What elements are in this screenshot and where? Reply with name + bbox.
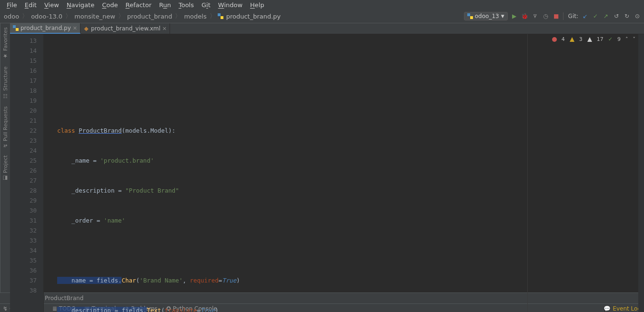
code-line[interactable] bbox=[44, 96, 638, 106]
menu-refactor[interactable]: Refactor bbox=[121, 1, 155, 9]
git-update-button[interactable]: ↙ bbox=[581, 12, 589, 20]
editor-tab[interactable]: ◆ product_brand_view.xml ✕ bbox=[80, 23, 170, 34]
editor-tab-active[interactable]: product_brand.py ✕ bbox=[10, 23, 80, 34]
editor-viewport[interactable]: 4 3 17 ✓9 ˄ ˅ 13141516171819202122232425… bbox=[10, 34, 644, 312]
svg-rect-2 bbox=[467, 13, 470, 16]
typo-count: 9 bbox=[617, 36, 621, 42]
svg-rect-5 bbox=[16, 28, 19, 31]
breadcrumb-item[interactable]: models bbox=[183, 12, 207, 21]
breadcrumb-item[interactable]: product_brand bbox=[126, 12, 173, 21]
chevron-right-icon: 〉 bbox=[175, 12, 181, 20]
close-icon[interactable]: ✕ bbox=[73, 25, 77, 31]
python-icon bbox=[218, 13, 223, 19]
project-tool-window-button[interactable]: ◧ Project bbox=[1, 152, 10, 185]
code-area[interactable]: class ProductBrand(models.Model): _name … bbox=[44, 34, 638, 312]
chevron-right-icon: 〉 bbox=[22, 12, 28, 20]
menu-git[interactable]: Git bbox=[198, 1, 214, 9]
error-icon bbox=[552, 37, 557, 42]
menu-help[interactable]: Help bbox=[246, 1, 268, 9]
git-label: Git: bbox=[568, 13, 578, 20]
breadcrumb-item[interactable]: monsite_new bbox=[73, 12, 116, 21]
svg-rect-0 bbox=[218, 13, 221, 16]
run-config-name: odoo_13 bbox=[475, 13, 499, 20]
line-gutter[interactable]: 1314151617181920212223242526272829303132… bbox=[10, 34, 44, 312]
problems-widget[interactable]: 4 3 17 ✓9 ˄ ˅ bbox=[552, 36, 635, 42]
code-line[interactable]: _name = 'product.brand' bbox=[44, 156, 638, 166]
code-line[interactable]: description = fields.Text(translate=True… bbox=[44, 305, 638, 312]
code-line[interactable] bbox=[44, 245, 638, 255]
chevron-right-icon: 〉 bbox=[65, 12, 71, 20]
git-commit-button[interactable]: ✓ bbox=[592, 12, 599, 20]
run-configuration-select[interactable]: odoo_13 ▼ bbox=[464, 12, 508, 20]
run-button[interactable]: ▶ bbox=[511, 12, 518, 20]
breadcrumb-current-file[interactable]: product_brand.py bbox=[225, 12, 282, 21]
error-stripe[interactable] bbox=[638, 34, 644, 312]
typo-icon: ✓ bbox=[608, 36, 613, 42]
chevron-down-icon[interactable]: ˅ bbox=[633, 36, 636, 42]
warning-icon bbox=[570, 37, 574, 42]
git-history-button[interactable]: ↺ bbox=[613, 12, 620, 20]
error-count: 4 bbox=[562, 36, 565, 42]
git-push-button[interactable]: ↗ bbox=[602, 12, 610, 20]
breadcrumb: odoo〉 odoo-13.0〉 monsite_new〉 product_br… bbox=[3, 12, 282, 21]
right-margin-line bbox=[527, 34, 528, 312]
structure-tool-window-button[interactable]: ☷ Structure bbox=[1, 63, 10, 103]
svg-rect-1 bbox=[221, 16, 223, 19]
breadcrumb-item[interactable]: odoo-13.0 bbox=[30, 12, 63, 21]
code-line[interactable]: name = fields.Char('Brand Name', require… bbox=[44, 275, 638, 285]
navigation-toolbar: odoo〉 odoo-13.0〉 monsite_new〉 product_br… bbox=[0, 10, 644, 23]
editor-tabs: product_brand.py ✕ ◆ product_brand_view.… bbox=[10, 23, 644, 34]
menu-file[interactable]: File bbox=[3, 1, 21, 9]
svg-rect-3 bbox=[470, 16, 473, 19]
code-line[interactable]: _order = 'name' bbox=[44, 215, 638, 225]
code-line[interactable] bbox=[44, 66, 638, 76]
menu-edit[interactable]: Edit bbox=[21, 1, 40, 9]
menu-window[interactable]: Window bbox=[214, 1, 246, 9]
menu-bar: File Edit View Navigate Code Refactor Ru… bbox=[0, 0, 644, 10]
left-tool-stripe: ◧ Project ↯ Pull Requests ☷ Structure ★ … bbox=[0, 23, 10, 292]
profiler-button[interactable]: ◷ bbox=[542, 12, 550, 20]
breadcrumb-item[interactable]: odoo bbox=[3, 12, 20, 21]
git-rollback-button[interactable]: ↻ bbox=[623, 12, 631, 20]
favorites-tool-window-button[interactable]: ★ Favorites bbox=[1, 23, 10, 63]
python-icon bbox=[13, 25, 19, 31]
chevron-right-icon: 〉 bbox=[118, 12, 124, 20]
svg-rect-4 bbox=[13, 25, 16, 28]
stop-button[interactable]: ■ bbox=[553, 12, 560, 20]
chevron-right-icon: 〉 bbox=[210, 12, 216, 20]
menu-run[interactable]: Run bbox=[155, 1, 175, 9]
main-body: ◧ Project ↯ Pull Requests ☷ Structure ★ … bbox=[0, 23, 644, 292]
tab-label: product_brand.py bbox=[20, 25, 71, 31]
xml-icon: ◆ bbox=[83, 26, 89, 31]
menu-navigate[interactable]: Navigate bbox=[63, 1, 98, 9]
chevron-down-icon: ▼ bbox=[501, 14, 504, 19]
warning-count: 3 bbox=[579, 36, 583, 42]
code-line[interactable]: _description = "Product Brand" bbox=[44, 185, 638, 195]
tab-label: product_brand_view.xml bbox=[91, 25, 161, 32]
debug-button[interactable]: 🐞 bbox=[521, 12, 529, 20]
menu-view[interactable]: View bbox=[40, 1, 63, 9]
python-icon bbox=[467, 13, 473, 19]
close-icon[interactable]: ✕ bbox=[162, 26, 167, 32]
search-all-button[interactable]: ⊙ bbox=[634, 12, 641, 20]
weak-warning-count: 17 bbox=[597, 36, 604, 42]
menu-code[interactable]: Code bbox=[98, 1, 121, 9]
weak-warning-icon bbox=[587, 37, 592, 42]
code-line[interactable]: class ProductBrand(models.Model): bbox=[44, 126, 638, 136]
run-coverage-button[interactable]: ⛛ bbox=[532, 12, 539, 20]
chevron-up-icon[interactable]: ˄ bbox=[625, 36, 628, 42]
separator bbox=[563, 12, 564, 20]
editor: product_brand.py ✕ ◆ product_brand_view.… bbox=[10, 23, 644, 292]
pull-requests-tool-window-button[interactable]: ↯ Pull Requests bbox=[1, 103, 10, 152]
menu-tools[interactable]: Tools bbox=[175, 1, 198, 9]
